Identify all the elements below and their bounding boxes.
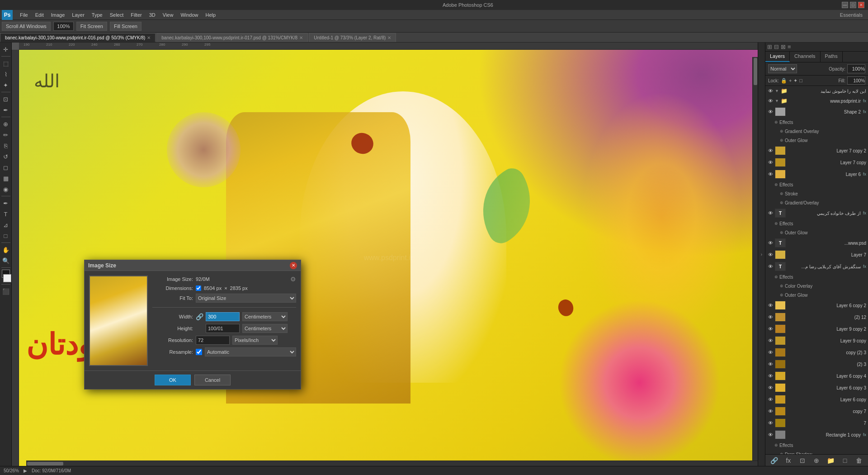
resample-checkbox[interactable] [196,349,202,355]
layer-6[interactable]: 👁 Layer 6 fx [765,168,868,180]
menu-select[interactable]: Select [106,11,127,19]
effect-outer-glow-item[interactable]: ⊕ Outer Glow [765,136,868,145]
screen-mode-btn[interactable]: ⬛ [1,286,11,296]
layer-text1[interactable]: 👁 T از طرف خانواده كريمي fx [765,207,868,219]
link-icon[interactable]: 🔗 [196,313,203,320]
fit-screen-btn[interactable]: Fit Screen [76,22,107,31]
eye-text1[interactable]: 👁 [767,210,774,216]
menu-window[interactable]: Window [177,11,202,19]
layer-group-2[interactable]: 👁 ▼ 📁 www.psdprint.ir fx [765,96,868,106]
eye-text3[interactable]: 👁 [767,263,774,270]
menu-help[interactable]: Help [202,11,220,19]
cancel-button[interactable]: Cancel [194,375,231,385]
fill-screen-btn[interactable]: Fill Screen [110,22,142,31]
eye-7-b[interactable]: 👁 [767,408,774,414]
panel-icon-4[interactable]: ≡ [788,43,791,50]
tool-crop[interactable]: ⊡ [1,94,11,104]
scroll-thumb-h[interactable] [27,462,63,466]
tab-1[interactable]: banec.karbalayi-300,100-www.psdprint.ir-… [156,33,308,42]
horizontal-scrollbar[interactable] [26,461,758,466]
eye-text2[interactable]: 👁 [767,240,774,246]
resample-select[interactable]: Automatic Preserve Details Bicubic Bicub… [205,347,296,356]
text1-outer-glow[interactable]: ⊕ Outer Glow [765,228,868,237]
tool-path[interactable]: ⊿ [1,220,11,230]
layer-9copy2[interactable]: 👁 Layer 9 copy 2 [765,323,868,335]
background-color[interactable] [3,274,11,282]
height-unit-select[interactable]: Centimeters Pixels [242,324,288,333]
text3-color-overlay[interactable]: ⊕ Color Overlay [765,281,868,290]
delete-layer-btn[interactable]: 🗑 [854,456,863,465]
menu-edit[interactable]: Edit [32,11,47,19]
lock-icon-1[interactable]: 🔒 [781,78,787,84]
panel-tab-channels[interactable]: Channels [790,52,820,62]
fill-input[interactable] [847,76,865,85]
layer-7-b[interactable]: 👁 7 copy [765,405,868,417]
layer-shape2[interactable]: 👁 Shape 2 fx [765,106,868,118]
new-adjustment-btn[interactable]: ⊕ [812,456,821,465]
collapse-panel-btn[interactable]: › [758,43,765,466]
tool-shape[interactable]: □ [1,231,11,241]
add-mask-btn[interactable]: ⊡ [798,456,807,465]
rect1copy-drop-shadow[interactable]: ⊕ Drop Shadow [765,450,868,454]
resolution-input[interactable] [196,336,230,345]
eye-icon[interactable]: 👁 [767,88,774,94]
layer-rect1copy[interactable]: 👁 Rectangle 1 copy fx [765,429,868,441]
tool-wand[interactable]: ✦ [1,80,11,90]
tool-zoom[interactable]: 🔍 [1,256,11,266]
effect-gradient-overlay[interactable]: ⊕ Effects [765,118,868,127]
layer6-gradient[interactable]: ⊕ Gradient/Overlay [765,198,868,207]
lock-icon-3[interactable]: ✦ [793,78,797,84]
eye-icon-2[interactable]: 👁 [767,98,774,104]
eye-6copy[interactable]: 👁 [767,396,774,403]
layer-9copy[interactable]: 👁 Layer 9 copy [765,335,868,347]
eye-7[interactable]: 👁 [767,252,774,258]
panel-icon-3[interactable]: ⊠ [781,43,786,50]
link-layers-btn[interactable]: 🔗 [770,456,779,465]
width-unit-select[interactable]: Centimeters Pixels Inches [242,312,288,321]
layer-6copy3[interactable]: 👁 Layer 6 copy 3 [765,382,868,394]
tab-2-close[interactable]: ✕ [387,35,391,40]
image-size-dialog[interactable]: Image Size ✕ Image Size: 92/0M [84,260,301,390]
tab-0-close[interactable]: ✕ [147,35,151,40]
menu-type[interactable]: Type [88,11,106,19]
new-layer-btn[interactable]: □ [840,456,849,465]
layer-7[interactable]: 👁 Layer 7 [765,249,868,261]
tool-move[interactable]: ✛ [1,44,11,54]
layer-3-2[interactable]: 👁 3 (2) [765,358,868,370]
blend-mode-select[interactable]: Normal [768,64,797,73]
layer-6copy2[interactable]: 👁 Layer 6 copy 2 [765,299,868,311]
dimensions-checkbox[interactable] [196,285,201,291]
eye-3-2[interactable]: 👁 [767,361,774,367]
layer-group-1[interactable]: 👁 ▼ 📁 اين لايه را خاموش نماييد [765,86,868,96]
text3-effects[interactable]: ⊕ Effects [765,272,868,281]
text1-effects[interactable]: ⊕ Effects [765,219,868,228]
dialog-close-button[interactable]: ✕ [290,262,297,269]
close-button[interactable]: ✕ [858,2,864,8]
menu-filter[interactable]: Filter [127,11,145,19]
lock-icon-2[interactable]: + [789,78,792,83]
eye-icon-shape2[interactable]: 👁 [767,109,774,115]
zoom-input[interactable] [53,22,74,31]
new-group-btn[interactable]: 📁 [826,456,835,465]
layer-7-c[interactable]: 👁 7 [765,417,868,429]
ok-button[interactable]: OK [155,375,191,385]
gear-icon[interactable]: ⚙ [290,276,296,283]
tool-hand[interactable]: ✋ [1,245,11,255]
effect-gradient-overlay-item[interactable]: ⊕ Gradient Overlay [765,127,868,136]
tab-0[interactable]: banec.karbalayi-300,100-www.psdprint.ir-… [0,33,156,42]
panel-tab-layers[interactable]: Layers [765,52,790,62]
eye-9copy2[interactable]: 👁 [767,326,774,332]
eye-7copy2[interactable]: 👁 [767,147,774,154]
menu-view[interactable]: View [159,11,177,19]
add-style-btn[interactable]: fx [784,456,793,465]
width-input[interactable] [206,312,240,321]
opacity-input[interactable] [847,64,865,73]
vertical-scrollbar[interactable] [752,57,758,461]
eye-12-2[interactable]: 👁 [767,314,774,320]
lock-icon-4[interactable]: □ [799,78,802,83]
panel-icon-2[interactable]: ⊟ [774,43,779,50]
tool-type[interactable]: T [1,209,11,219]
canvas-content[interactable]: الله وجودتان www.psdprint.ir www.jprnt.i… [19,50,758,466]
eye-6copy2[interactable]: 👁 [767,302,774,309]
maximize-button[interactable]: □ [850,2,856,8]
